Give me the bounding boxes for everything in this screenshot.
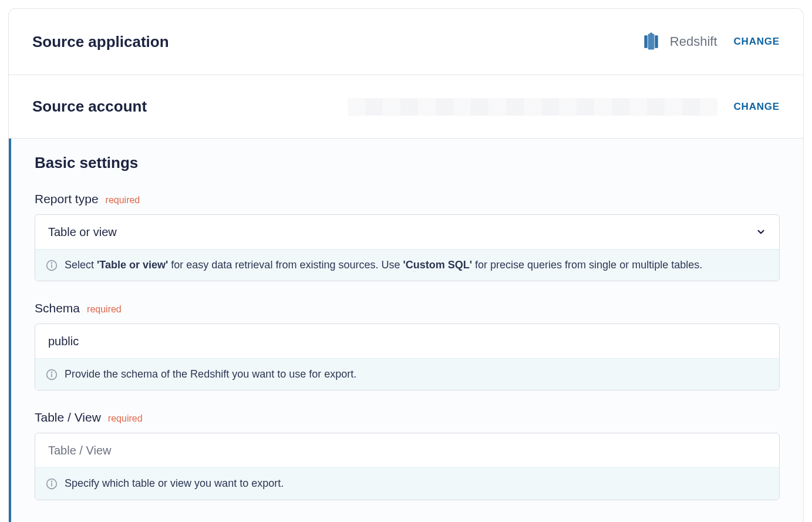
table-view-input[interactable] xyxy=(48,444,766,457)
source-application-title: Source application xyxy=(32,33,169,51)
schema-field: Schema required Provide the schema of th… xyxy=(35,301,780,390)
report-type-field: Report type required Table or view xyxy=(35,192,780,281)
svg-rect-2 xyxy=(655,35,658,48)
required-badge: required xyxy=(108,413,143,424)
svg-point-12 xyxy=(52,481,52,481)
table-view-input-row xyxy=(35,433,779,467)
report-type-label: Report type xyxy=(35,192,99,206)
schema-hint-text: Provide the schema of the Redshift you w… xyxy=(65,367,356,382)
report-type-value: Table or view xyxy=(48,225,117,239)
chevron-down-icon xyxy=(756,227,766,237)
source-application-row: Source application Redshift CHANGE xyxy=(9,9,803,75)
required-badge: required xyxy=(106,195,140,206)
redshift-icon xyxy=(641,31,662,52)
svg-point-9 xyxy=(52,372,52,372)
change-account-button[interactable]: CHANGE xyxy=(734,101,780,113)
schema-label: Schema xyxy=(35,301,80,315)
info-icon xyxy=(46,369,58,380)
required-badge: required xyxy=(87,304,122,315)
svg-rect-1 xyxy=(648,34,654,50)
table-view-hint: Specify which table or view you want to … xyxy=(35,467,779,499)
info-icon xyxy=(46,260,58,271)
schema-input[interactable] xyxy=(48,335,766,348)
table-view-label: Table / View xyxy=(35,410,101,425)
schema-input-wrap: Provide the schema of the Redshift you w… xyxy=(35,324,780,390)
report-type-hint: Select 'Table or view' for easy data ret… xyxy=(35,249,779,281)
source-account-row: Source account CHANGE xyxy=(9,75,803,139)
report-type-label-row: Report type required xyxy=(35,192,780,206)
app-name: Redshift xyxy=(670,34,717,49)
svg-rect-3 xyxy=(650,33,652,35)
table-view-hint-text: Specify which table or view you want to … xyxy=(65,476,284,491)
svg-point-6 xyxy=(52,262,52,263)
source-account-title: Source account xyxy=(32,97,147,116)
table-view-input-wrap: Specify which table or view you want to … xyxy=(35,433,780,500)
report-type-hint-text: Select 'Table or view' for easy data ret… xyxy=(65,258,702,272)
basic-settings-title: Basic settings xyxy=(35,154,780,172)
report-type-select[interactable]: Table or view xyxy=(35,215,779,249)
account-value-redacted xyxy=(348,98,717,116)
svg-rect-0 xyxy=(644,35,647,48)
schema-hint: Provide the schema of the Redshift you w… xyxy=(35,358,779,390)
source-application-right: Redshift CHANGE xyxy=(641,31,780,52)
table-view-label-row: Table / View required xyxy=(35,410,780,425)
table-view-field: Table / View required Specify which tabl… xyxy=(35,410,780,500)
source-account-right: CHANGE xyxy=(348,98,780,116)
info-icon xyxy=(46,478,58,490)
report-type-select-wrap: Table or view Select 'Table or view' for… xyxy=(35,214,780,281)
schema-label-row: Schema required xyxy=(35,301,780,315)
app-badge: Redshift xyxy=(641,31,717,52)
schema-input-row xyxy=(35,324,779,358)
config-panel: Source application Redshift CHANGE Sourc… xyxy=(8,8,804,522)
change-application-button[interactable]: CHANGE xyxy=(734,36,780,48)
basic-settings-section: Basic settings Report type required Tabl… xyxy=(9,139,803,522)
